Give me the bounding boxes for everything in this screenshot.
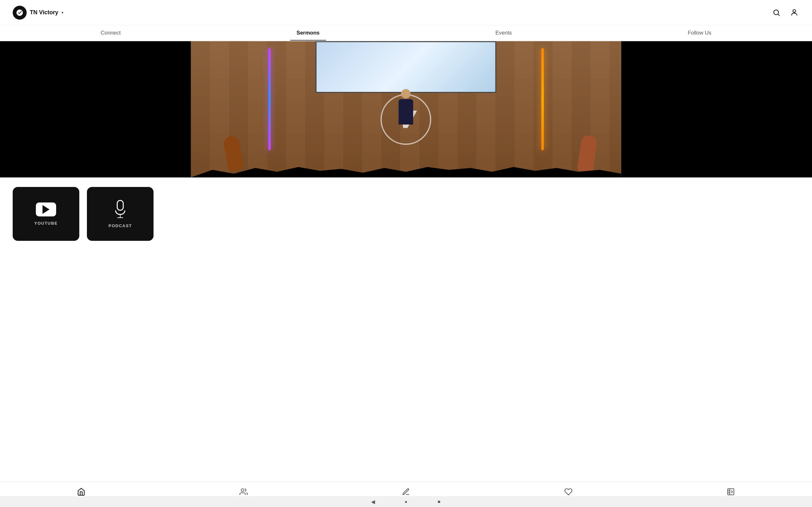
mic-base (117, 217, 123, 218)
mic-stem (120, 215, 120, 217)
nav-item-connect[interactable]: Connect (94, 26, 127, 40)
home-icon (77, 487, 86, 496)
give-icon (564, 487, 573, 496)
podcast-card[interactable]: PODCAST (87, 187, 154, 241)
speaker-body (399, 99, 413, 124)
youtube-icon (36, 203, 56, 216)
search-icon (772, 9, 780, 17)
search-button[interactable] (771, 8, 781, 18)
svg-line-1 (778, 14, 780, 16)
nav-item-sermons[interactable]: Sermons (290, 26, 326, 40)
podcast-icon (114, 200, 126, 219)
youtube-label: YOUTUBE (34, 221, 58, 226)
mic-arc (115, 210, 125, 215)
svg-point-0 (774, 10, 778, 14)
nav-bar: Connect Sermons Events Follow Us (0, 25, 812, 41)
hero-image: V (191, 41, 621, 177)
profile-icon (790, 9, 798, 17)
logo-icon (16, 9, 23, 16)
header-left: TN Victory ▾ (13, 6, 63, 20)
youtube-card[interactable]: YOUTUBE (13, 187, 79, 241)
logo-circle[interactable] (13, 6, 27, 20)
connect-card-icon (239, 487, 248, 496)
page-wrapper: V YOUTUBE (0, 41, 812, 288)
nav-item-events[interactable]: Events (489, 26, 518, 40)
svg-point-3 (241, 489, 244, 492)
speaker-head (401, 89, 411, 99)
back-icon: ◀ (371, 499, 375, 505)
light-strip-left (268, 48, 271, 151)
hero-section: V (0, 41, 812, 177)
podcast-label: PODCAST (108, 223, 132, 228)
chevron-down-icon[interactable]: ▾ (61, 10, 63, 15)
light-strip-right (541, 48, 544, 151)
dark-left (0, 41, 191, 177)
back-button[interactable]: ◀ (369, 498, 377, 505)
org-name: TN Victory (30, 9, 58, 16)
mic-body (117, 200, 124, 211)
svg-point-2 (793, 9, 796, 12)
recent-icon: ■ (438, 499, 440, 504)
header: TN Victory ▾ (0, 0, 812, 25)
dark-right (621, 41, 812, 177)
notes-icon (402, 487, 410, 496)
recent-button[interactable]: ■ (435, 498, 443, 505)
projector-screen (316, 41, 496, 93)
home-system-button[interactable]: ● (402, 498, 410, 505)
stage-background: V (191, 41, 621, 177)
audio-bible-icon (726, 487, 735, 496)
speaker-figure (397, 89, 415, 130)
media-cards-section: YOUTUBE PODCAST (0, 177, 812, 250)
nav-item-follow-us[interactable]: Follow Us (681, 26, 718, 40)
header-right (771, 8, 799, 18)
home-system-icon: ● (405, 499, 407, 504)
play-triangle (43, 205, 49, 214)
profile-button[interactable] (789, 8, 799, 18)
system-nav: ◀ ● ■ (0, 496, 812, 507)
